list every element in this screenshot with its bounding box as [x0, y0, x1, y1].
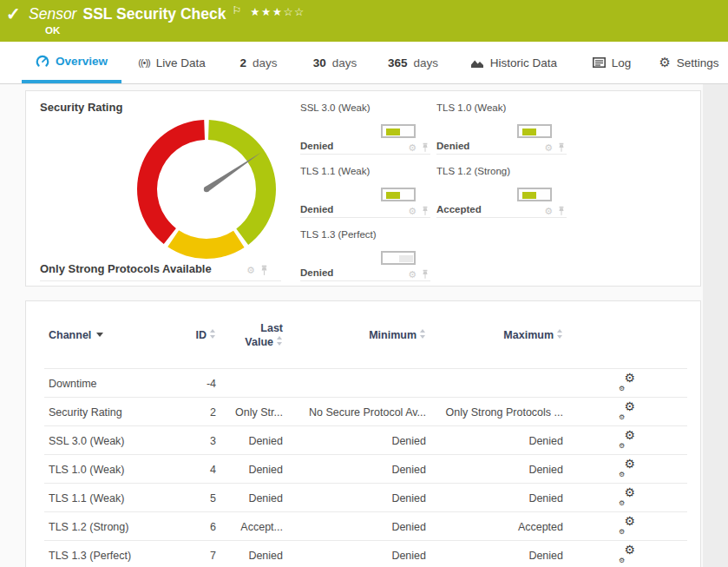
table-row-downtime[interactable]: Downtime -4 ⚙⚙ [26, 369, 700, 398]
channel-name: Security Rating [49, 406, 179, 419]
channel-settings-icon[interactable]: ⚙⚙ [619, 432, 635, 447]
column-header-channel[interactable]: Channel [49, 329, 179, 341]
channel-gear-icon[interactable]: ⚙ [246, 266, 255, 275]
channel-maximum: Denied [426, 492, 563, 504]
tab-overview[interactable]: Overview [22, 42, 121, 83]
channel-settings-icon[interactable]: ⚙⚙ [619, 518, 635, 533]
mini-channel-value: Denied [300, 204, 333, 214]
table-row-tls11[interactable]: TLS 1.1 (Weak) 5 Denied Denied Denied ⚙⚙ [26, 484, 700, 512]
mini-channel-tls13: TLS 1.3 (Perfect) Denied ⚙ [300, 229, 430, 281]
channel-name: SSL 3.0 (Weak) [49, 435, 179, 447]
mini-channel-value: Denied [436, 141, 469, 151]
tab-2-days-number: 2 [239, 56, 246, 69]
sort-caret-down-icon [96, 333, 103, 337]
tab-30-days-unit: days [332, 56, 357, 69]
pin-icon[interactable] [422, 269, 429, 280]
historic-data-icon [470, 57, 484, 69]
channel-gear-icon[interactable]: ⚙ [408, 270, 416, 280]
mini-channel-value: Accepted [436, 204, 482, 214]
tab-settings[interactable]: ⚙ Settings [653, 42, 725, 83]
channel-gear-icon[interactable]: ⚙ [544, 143, 553, 153]
tab-historic-data[interactable]: Historic Data [465, 42, 562, 83]
channel-id: 3 [179, 435, 216, 447]
table-row-tls12[interactable]: TLS 1.2 (Strong) 6 Accept... Denied Acce… [26, 512, 700, 541]
pin-icon[interactable] [260, 265, 268, 276]
tab-bar: Overview ((•)) Live Data 2 days 30 days … [0, 42, 728, 84]
sensor-kind-label: Sensor [29, 5, 76, 23]
channel-settings-icon[interactable]: ⚙⚙ [619, 375, 635, 390]
sort-icon [277, 336, 283, 346]
settings-gear-icon: ⚙ [659, 55, 670, 70]
table-row-ssl30[interactable]: SSL 3.0 (Weak) 3 Denied Denied Denied ⚙⚙ [26, 426, 700, 455]
channel-settings-icon[interactable]: ⚙⚙ [619, 490, 635, 504]
sort-icon [210, 329, 216, 339]
indicator-fill [386, 129, 400, 135]
sensor-status-badge: OK [45, 25, 60, 36]
channel-last-value: Denied [216, 492, 283, 504]
tab-live-data-label: Live Data [156, 56, 206, 69]
pin-icon[interactable] [558, 142, 565, 153]
column-header-maximum[interactable]: Maximum [426, 329, 563, 341]
channel-minimum: Denied [283, 435, 426, 447]
tab-2-days-unit: days [253, 56, 278, 69]
table-row-tls13[interactable]: TLS 1.3 (Perfect) 7 Denied Denied Denied… [26, 541, 700, 567]
channel-gear-icon[interactable]: ⚙ [408, 207, 416, 216]
column-header-last-value[interactable]: LastValue [216, 321, 283, 349]
column-header-id[interactable]: ID [179, 329, 216, 341]
pin-icon[interactable] [422, 206, 429, 216]
channel-settings-icon[interactable]: ⚙⚙ [619, 547, 635, 562]
indicator-fill [399, 255, 413, 262]
mini-channel-name: TLS 1.2 (Strong) [436, 166, 510, 176]
table-row-tls10[interactable]: TLS 1.0 (Weak) 4 Denied Denied Denied ⚙⚙ [26, 455, 700, 484]
cell-divider [436, 217, 567, 218]
mini-channel-ssl30: SSL 3.0 (Weak) Denied ⚙ [300, 102, 430, 155]
sort-icon [420, 329, 426, 339]
channel-name: TLS 1.1 (Weak) [49, 492, 179, 504]
tab-live-data[interactable]: ((•)) Live Data [128, 42, 215, 83]
pin-icon[interactable] [558, 206, 565, 216]
tab-log[interactable]: Log [588, 42, 635, 83]
channel-settings-icon[interactable]: ⚙⚙ [619, 461, 635, 476]
sensor-name: SSL Security Check [82, 5, 226, 23]
channel-id: 4 [179, 464, 216, 476]
tab-30-days-number: 30 [313, 56, 326, 69]
tab-overview-label: Overview [56, 55, 108, 68]
page-right-gutter [703, 84, 728, 567]
tab-30-days[interactable]: 30 days [305, 42, 364, 83]
channel-last-value: Denied [216, 435, 283, 447]
channel-minimum: Denied [283, 521, 426, 533]
channel-maximum: Denied [426, 550, 563, 562]
channel-gear-icon[interactable]: ⚙ [408, 143, 416, 153]
channel-settings-icon[interactable]: ⚙⚙ [619, 404, 635, 419]
channel-table-panel: Channel ID LastValue Minimum Maximum Dow… [25, 300, 701, 567]
channel-maximum: Denied [426, 435, 563, 447]
channel-id: 6 [179, 521, 216, 533]
table-row-security-rating[interactable]: Security Rating 2 Only Str... No Secure … [26, 398, 700, 426]
cell-divider [300, 280, 430, 281]
channel-id: 2 [179, 406, 216, 419]
pin-icon[interactable] [422, 142, 429, 153]
channel-maximum: Denied [426, 464, 563, 476]
column-header-minimum[interactable]: Minimum [283, 329, 426, 341]
tab-log-label: Log [612, 56, 632, 69]
tab-365-days[interactable]: 365 days [380, 42, 446, 83]
cell-divider [40, 280, 281, 281]
tab-historic-data-label: Historic Data [490, 56, 557, 69]
priority-stars[interactable]: ★★★☆☆ [250, 6, 305, 18]
mini-channel-tls11: TLS 1.1 (Weak) Denied ⚙ [300, 166, 430, 218]
tab-365-days-unit: days [414, 56, 439, 69]
tab-2-days[interactable]: 2 days [233, 42, 285, 83]
channel-id: -4 [179, 378, 216, 390]
flag-icon[interactable]: ⚐ [232, 4, 241, 16]
mini-channel-tls10: TLS 1.0 (Weak) Denied ⚙ [436, 102, 567, 155]
channel-id: 7 [179, 550, 216, 562]
channel-minimum: Denied [283, 492, 426, 504]
channel-gear-icon[interactable]: ⚙ [544, 207, 553, 216]
gauge-icon [36, 55, 49, 68]
mini-channel-name: TLS 1.1 (Weak) [300, 166, 370, 176]
channel-minimum: No Secure Protocol Av... [283, 406, 426, 419]
mini-channel-indicator [517, 124, 552, 138]
mini-channel-indicator [517, 188, 552, 201]
stars-filled: ★★★ [250, 6, 283, 18]
mini-channel-value: Denied [300, 141, 333, 151]
